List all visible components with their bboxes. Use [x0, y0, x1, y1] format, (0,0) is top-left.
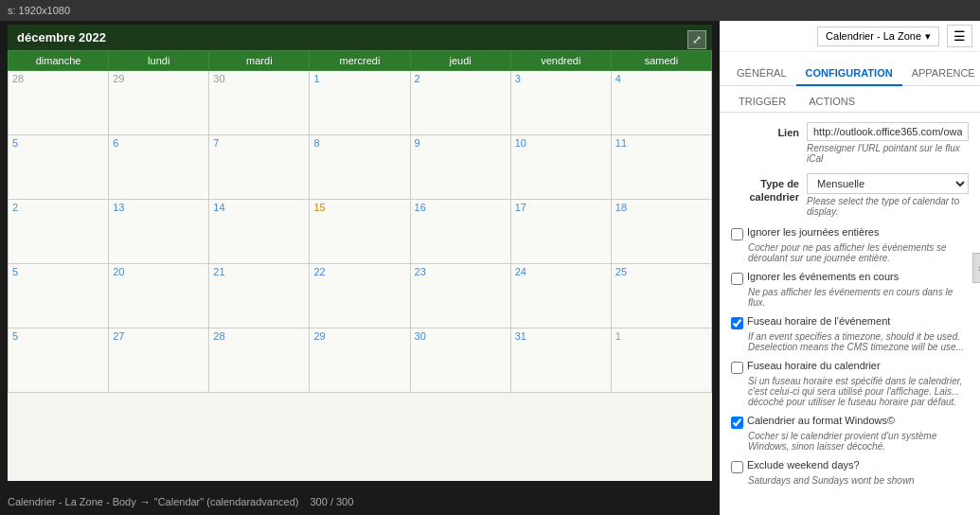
expand-button[interactable]: ⤢ — [687, 30, 706, 49]
day-number: 5 — [12, 330, 18, 342]
weekday-header: samedi — [611, 51, 711, 71]
weekday-header: mardi — [209, 51, 310, 71]
checkbox-label-row: Fuseau horaire de l'événement — [731, 315, 969, 329]
checkbox-row: Fuseau horaire de l'événementIf an event… — [731, 315, 969, 352]
weekday-header: lundi — [109, 51, 209, 71]
day-number: 21 — [213, 266, 224, 277]
calendar-day-cell[interactable]: 30 — [209, 71, 310, 135]
lien-field-value: Renseigner l'URL pointant sur le flux iC… — [807, 122, 969, 164]
day-number: 7 — [213, 137, 219, 149]
checkbox-label: Ignorer les événements en cours — [747, 271, 899, 282]
calendar-day-cell[interactable]: 27 — [109, 329, 209, 393]
calendar-day-cell[interactable]: 2 — [9, 200, 109, 264]
calendar-day-cell[interactable]: 9 — [410, 135, 510, 200]
collapse-handle[interactable]: › — [972, 253, 980, 283]
checkbox-label: Fuseau horaire du calendrier — [747, 360, 881, 371]
calendar-day-cell[interactable]: 1 — [310, 71, 410, 135]
calendar-day-cell[interactable]: 24 — [510, 264, 611, 329]
breadcrumb-arrow: → — [140, 496, 151, 507]
calendar-day-cell[interactable]: 15 — [310, 200, 410, 264]
day-number: 5 — [12, 266, 18, 277]
calendar-section: ⤢ décembre 2022 dimanchelundimardimercre… — [0, 21, 720, 515]
checkbox-input[interactable] — [731, 461, 743, 473]
calendar-day-cell[interactable]: 1 — [611, 329, 711, 393]
day-number: 30 — [415, 330, 426, 342]
panel-tab[interactable]: CONFIGURATION — [796, 62, 902, 86]
weekday-header: mercredi — [310, 51, 410, 71]
day-number: 28 — [12, 73, 24, 84]
calendar-day-cell[interactable]: 17 — [510, 200, 611, 264]
type-label: Type de calendrier — [731, 173, 807, 204]
hamburger-icon: ☰ — [953, 28, 966, 44]
hamburger-button[interactable]: ☰ — [947, 25, 972, 47]
calendar-day-cell[interactable]: 18 — [611, 200, 711, 264]
checkbox-label-row: Ignorer les événements en cours — [731, 271, 969, 285]
lien-label: Lien — [731, 122, 807, 139]
calendar-day-cell[interactable]: 16 — [410, 200, 510, 264]
calendar-week-row: 567891011 — [9, 135, 712, 200]
calendar-day-cell[interactable]: 8 — [310, 135, 410, 200]
calendar-day-cell[interactable]: 10 — [510, 135, 611, 200]
day-number: 29 — [313, 330, 325, 342]
calendar-day-cell[interactable]: 11 — [611, 135, 711, 200]
calendar-day-cell[interactable]: 20 — [109, 264, 209, 329]
calendar-day-cell[interactable]: 30 — [410, 329, 510, 393]
lien-field-row: Lien Renseigner l'URL pointant sur le fl… — [731, 122, 969, 164]
calendar-day-cell[interactable]: 3 — [510, 71, 611, 135]
checkbox-label-row: Exclude weekend days? — [731, 459, 969, 473]
day-number: 18 — [615, 202, 627, 213]
calendar-day-cell[interactable]: 31 — [510, 329, 611, 393]
calendar-day-cell[interactable]: 28 — [209, 329, 310, 393]
calendar-day-cell[interactable]: 5 — [9, 135, 109, 200]
calendar-day-cell[interactable]: 23 — [410, 264, 510, 329]
calendar-day-cell[interactable]: 6 — [109, 135, 209, 200]
checkbox-row: Exclude weekend days?Saturdays and Sunda… — [731, 459, 969, 486]
checkbox-input[interactable] — [731, 273, 743, 285]
checkbox-label: Calendrier au format Windows© — [747, 415, 895, 426]
calendar-day-cell[interactable]: 4 — [611, 71, 711, 135]
calendar-day-cell[interactable]: 5 — [9, 264, 109, 329]
day-number: 23 — [415, 266, 426, 277]
weekday-header: vendredi — [510, 51, 611, 71]
checkbox-row: Ignorer les journées entièresCocher pour… — [731, 226, 969, 263]
checkbox-input[interactable] — [731, 417, 743, 429]
calendar-day-cell[interactable]: 13 — [109, 200, 209, 264]
calendar-day-cell[interactable]: 22 — [310, 264, 410, 329]
calendar-day-cell[interactable]: 28 — [9, 71, 109, 135]
sub-tab[interactable]: TRIGGER — [727, 92, 797, 113]
day-number: 14 — [213, 202, 224, 213]
checkbox-hint: Cocher si le calendrier provient d'un sy… — [748, 431, 969, 452]
calendar-day-cell[interactable]: 7 — [209, 135, 310, 200]
checkbox-input[interactable] — [731, 362, 743, 374]
day-number: 3 — [515, 73, 521, 84]
calendar-day-cell[interactable]: 5 — [9, 329, 109, 393]
day-number: 5 — [12, 137, 18, 149]
checkbox-label: Exclude weekend days? — [747, 459, 860, 471]
calendar-day-cell[interactable]: 21 — [209, 264, 310, 329]
day-number: 16 — [415, 202, 426, 213]
checkbox-input[interactable] — [731, 317, 743, 329]
calendar-day-cell[interactable]: 2 — [410, 71, 510, 135]
top-bar: s: 1920x1080 — [0, 0, 980, 21]
calendar-day-cell[interactable]: 29 — [310, 329, 410, 393]
day-number: 28 — [213, 330, 224, 342]
calendar-week-row: 527282930311 — [9, 329, 712, 393]
sub-tab[interactable]: ACTIONS — [797, 92, 866, 113]
lien-input[interactable] — [807, 122, 969, 141]
calendar-dropdown[interactable]: Calendrier - La Zone ▾ — [817, 27, 939, 46]
day-number: 31 — [515, 330, 526, 342]
calendar-day-cell[interactable]: 29 — [109, 71, 209, 135]
breadcrumb-2: "Calendar" (calendaradvanced) — [154, 496, 299, 507]
checkbox-input[interactable] — [731, 228, 743, 240]
calendar-day-cell[interactable]: 25 — [611, 264, 711, 329]
type-select[interactable]: Mensuelle — [807, 173, 969, 194]
type-hint: Please select the type of calendar to di… — [807, 196, 969, 217]
day-number: 27 — [113, 330, 124, 342]
panel-tab[interactable]: APPARENCE — [902, 62, 980, 86]
panel-tab[interactable]: GÉNÉRAL — [727, 62, 796, 86]
breadcrumb-1: Calendrier - La Zone - Body — [8, 496, 136, 507]
bottom-bar: Calendrier - La Zone - Body → "Calendar"… — [0, 488, 720, 515]
calendar-day-cell[interactable]: 14 — [209, 200, 310, 264]
calendar-dropdown-label: Calendrier - La Zone — [826, 30, 921, 42]
checkbox-label: Ignorer les journées entières — [747, 226, 879, 238]
